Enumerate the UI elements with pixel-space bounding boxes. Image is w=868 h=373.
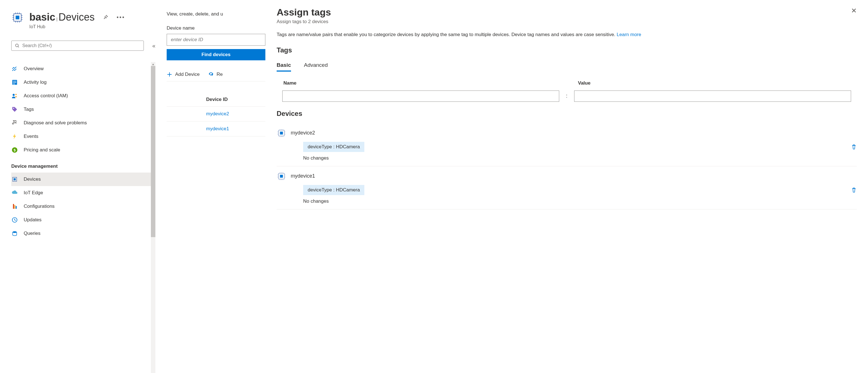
delete-tag-icon[interactable] <box>851 187 857 193</box>
nav-label: Access control (IAM) <box>24 93 68 99</box>
panel-title: Assign tags <box>277 7 331 18</box>
svg-point-21 <box>15 94 17 95</box>
device-id-header[interactable]: Device ID <box>167 93 266 106</box>
svg-rect-35 <box>280 132 283 134</box>
svg-point-20 <box>13 94 15 96</box>
tag-input-row: : <box>277 91 857 102</box>
table-row[interactable]: mydevice1 <box>167 122 266 136</box>
configurations-icon <box>11 203 18 210</box>
search-input-wrapper[interactable] <box>11 40 144 51</box>
search-input[interactable] <box>22 43 140 48</box>
nav-events[interactable]: Events <box>11 130 155 143</box>
table-row[interactable]: mydevice2 <box>167 106 266 122</box>
device-block: mydevice2 deviceType : HDCamera No chang… <box>277 123 857 166</box>
svg-point-22 <box>13 108 14 109</box>
svg-rect-18 <box>13 82 17 83</box>
resource-name: basic <box>29 11 55 23</box>
nav-updates[interactable]: Updates <box>11 213 155 227</box>
nav-pricing[interactable]: $ Pricing and scale <box>11 143 155 157</box>
device-icon <box>277 128 286 138</box>
search-icon <box>15 43 22 48</box>
page-header: basic | Devices ••• IoT Hub <box>11 11 155 29</box>
service-label: IoT Hub <box>29 24 155 29</box>
nav-label: Events <box>24 134 38 139</box>
toolbar: Add Device Re <box>167 72 266 82</box>
tag-name-input[interactable] <box>282 91 559 102</box>
svg-rect-49 <box>280 175 283 178</box>
intro-text: View, create, delete, and u <box>167 11 266 17</box>
status-text: No changes <box>303 155 857 161</box>
pin-icon[interactable] <box>103 15 108 20</box>
nav-access-control[interactable]: Access control (IAM) <box>11 89 155 103</box>
tag-chip: deviceType : HDCamera <box>303 142 364 152</box>
nav-diagnose[interactable]: Diagnose and solve problems <box>11 116 155 130</box>
tag-value-input[interactable] <box>574 91 851 102</box>
device-name: mydevice2 <box>291 130 315 136</box>
nav-activity-log[interactable]: Activity log <box>11 75 155 89</box>
svg-rect-28 <box>14 205 16 209</box>
more-icon[interactable]: ••• <box>117 15 125 20</box>
tags-icon <box>11 106 18 113</box>
nav-section-device-mgmt: Device management <box>11 163 155 169</box>
nav-label: Updates <box>24 217 41 223</box>
nav-label: Overview <box>24 66 44 72</box>
refresh-button[interactable]: Re <box>208 72 223 77</box>
device-id-input[interactable] <box>167 34 266 46</box>
scrollbar-up-icon[interactable]: ▲ <box>151 62 155 66</box>
device-icon <box>277 172 286 181</box>
learn-more-link[interactable]: Learn more <box>617 32 641 37</box>
section-name: Devices <box>58 11 94 23</box>
device-block: mydevice1 deviceType : HDCamera No chang… <box>277 166 857 210</box>
find-devices-button[interactable]: Find devices <box>167 49 266 60</box>
nav-label: Activity log <box>24 80 46 85</box>
svg-rect-1 <box>16 15 19 19</box>
scrollbar-thumb[interactable] <box>151 66 155 237</box>
pricing-icon: $ <box>11 147 18 153</box>
panel-subtitle: Assign tags to 2 devices <box>277 19 331 25</box>
nav-label: Devices <box>24 177 41 182</box>
scrollbar-track[interactable]: ▲ <box>151 62 155 373</box>
device-name: mydevice1 <box>291 173 315 179</box>
device-link[interactable]: mydevice2 <box>206 111 229 117</box>
tag-chip: deviceType : HDCamera <box>303 185 364 195</box>
nav-list: ▲ Overview Activity log Access control (… <box>11 62 155 373</box>
refresh-icon <box>208 72 214 77</box>
svg-line-15 <box>18 46 19 48</box>
svg-text:$: $ <box>13 148 16 152</box>
plus-icon <box>167 72 172 77</box>
overview-icon <box>11 65 18 72</box>
nav-overview[interactable]: Overview <box>11 62 155 75</box>
svg-rect-27 <box>13 204 14 209</box>
devices-heading: Devices <box>277 110 857 118</box>
diagnose-icon <box>11 120 18 126</box>
activity-log-icon <box>11 79 18 86</box>
queries-icon <box>11 230 18 237</box>
device-link[interactable]: mydevice1 <box>206 126 229 131</box>
delete-tag-icon[interactable] <box>851 144 857 150</box>
nav-label: Queries <box>24 230 41 236</box>
nav-tags[interactable]: Tags <box>11 103 155 116</box>
device-name-label: Device name <box>167 25 266 31</box>
updates-icon <box>11 217 18 223</box>
collapse-nav-icon[interactable]: « <box>152 42 155 49</box>
tags-heading: Tags <box>277 46 857 54</box>
panel-description: Tags are name/value pairs that enable yo… <box>277 31 857 38</box>
nav-configurations[interactable]: Configurations <box>11 199 155 213</box>
svg-point-31 <box>13 231 17 233</box>
status-text: No changes <box>303 198 857 204</box>
events-icon <box>11 133 18 140</box>
tab-basic[interactable]: Basic <box>277 62 291 72</box>
tab-advanced[interactable]: Advanced <box>304 62 328 72</box>
iot-hub-icon <box>11 11 24 24</box>
close-icon[interactable]: ✕ <box>851 7 857 15</box>
nav-iot-edge[interactable]: IoT Edge <box>11 186 155 199</box>
add-device-label: Add Device <box>175 72 200 77</box>
add-device-button[interactable]: Add Device <box>167 72 200 77</box>
svg-rect-26 <box>13 178 16 180</box>
nav-devices[interactable]: Devices <box>11 173 155 186</box>
colon-separator: : <box>566 93 567 99</box>
nav-queries[interactable]: Queries <box>11 227 155 240</box>
device-table: Device ID mydevice2 mydevice1 <box>167 93 266 136</box>
tag-header-row: Name Value <box>277 80 857 86</box>
col-name-header: Name <box>277 80 567 86</box>
